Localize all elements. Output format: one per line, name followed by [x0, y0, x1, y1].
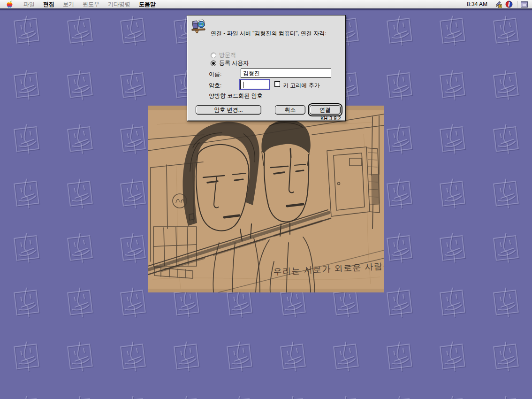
rainbow-apple-icon — [6, 0, 13, 8]
finder-face-watermark — [385, 232, 414, 264]
menu-commands[interactable]: 기타명령 — [104, 0, 135, 9]
menu-bar: 파일 편집 보기 윈도우 기타명령 도움말 8:34 AM a — [0, 0, 532, 9]
finder-face-watermark — [438, 123, 467, 155]
finder-face-watermark — [118, 178, 148, 209]
radio-guest-label: 방문객 — [219, 51, 236, 59]
finder-face-watermark — [118, 341, 148, 372]
connect-button[interactable]: 연결 — [310, 105, 341, 115]
finder-face-watermark — [385, 287, 414, 318]
input-method-pencil-icon[interactable]: a — [494, 0, 502, 8]
finder-face-watermark — [65, 232, 95, 264]
finder-face-watermark — [491, 178, 521, 209]
finder-face-watermark — [491, 15, 521, 46]
finder-face-watermark — [12, 69, 41, 101]
radio-registered-user[interactable]: 등록 사용자 — [211, 59, 249, 67]
finder-face-watermark — [12, 232, 41, 264]
dialog-title: 연결 - 파일 서버 "김형진의 컴퓨터", 연결 자격: — [211, 30, 342, 37]
finder-face-watermark — [172, 395, 201, 399]
radio-guest[interactable]: 방문객 — [211, 51, 236, 59]
menu-clock[interactable]: 8:34 AM — [462, 1, 492, 8]
finder-face-watermark — [118, 232, 148, 264]
finder-face-watermark — [385, 123, 414, 155]
connect-dialog: 연결 - 파일 서버 "김형진의 컴퓨터", 연결 자격: 방문객 등록 사용자… — [187, 15, 346, 121]
password-label: 암호: — [209, 82, 221, 90]
file-server-connect-icon — [191, 19, 207, 34]
finder-face-watermark — [118, 287, 148, 318]
red-blue-app-icon[interactable] — [505, 0, 513, 8]
finder-face-watermark — [225, 395, 254, 399]
finder-face-watermark — [278, 341, 308, 372]
cancel-button[interactable]: 취소 — [275, 105, 305, 115]
finder-face-watermark — [331, 395, 361, 399]
finder-face-watermark — [438, 287, 467, 318]
finder-face-watermark — [65, 15, 95, 46]
password-focus-ring — [239, 79, 270, 90]
finder-face-watermark — [118, 123, 148, 155]
finder-face-watermark — [118, 395, 148, 399]
menu-file[interactable]: 파일 — [19, 0, 39, 9]
finder-face-watermark — [118, 15, 148, 46]
application-menu-icon — [520, 1, 528, 8]
finder-face-watermark — [491, 395, 521, 399]
finder-face-watermark — [12, 341, 41, 372]
encryption-note: 양방향 코드화된 암호 — [209, 92, 263, 100]
finder-face-watermark — [65, 395, 95, 399]
finder-face-watermark — [491, 123, 521, 155]
finder-face-watermark — [385, 395, 414, 399]
menu-bar-divider — [517, 1, 518, 8]
keychain-checkbox[interactable] — [274, 81, 280, 87]
finder-face-watermark — [225, 341, 254, 372]
apple-menu[interactable] — [6, 0, 13, 8]
application-menu[interactable] — [520, 1, 532, 8]
radio-guest-circle[interactable] — [211, 53, 216, 58]
finder-face-watermark — [12, 178, 41, 209]
text-caret — [243, 82, 243, 88]
finder-face-watermark — [491, 232, 521, 264]
radio-registered-user-label: 등록 사용자 — [219, 59, 249, 67]
name-label: 이름: — [209, 70, 221, 78]
menu-view[interactable]: 보기 — [59, 0, 78, 9]
finder-face-watermark — [438, 69, 467, 101]
keychain-checkbox-label: 키 고리에 추가 — [283, 82, 320, 90]
finder-face-watermark — [385, 341, 414, 372]
finder-face-watermark — [65, 123, 95, 155]
finder-face-watermark — [118, 69, 148, 101]
finder-face-watermark — [65, 178, 95, 209]
name-input[interactable] — [241, 69, 331, 78]
finder-face-watermark — [438, 395, 467, 399]
finder-face-watermark — [65, 341, 95, 372]
finder-face-watermark — [12, 15, 41, 46]
finder-face-watermark — [12, 123, 41, 155]
finder-face-watermark — [491, 69, 521, 101]
finder-face-watermark — [438, 15, 467, 46]
finder-face-watermark — [385, 69, 414, 101]
finder-face-watermark — [491, 287, 521, 318]
password-input[interactable] — [240, 80, 269, 89]
menu-edit[interactable]: 편집 — [39, 0, 59, 9]
desktop-picture: 우리는 서로가 외로운 사람들 — [148, 106, 384, 292]
version-label: KH-3.9.2 — [320, 115, 341, 121]
finder-face-watermark — [12, 395, 41, 399]
radio-registered-user-circle[interactable] — [211, 61, 216, 66]
finder-face-watermark — [438, 178, 467, 209]
finder-face-watermark — [65, 69, 95, 101]
finder-face-watermark — [172, 341, 201, 372]
finder-face-watermark — [331, 341, 361, 372]
finder-face-watermark — [65, 287, 95, 318]
menu-window[interactable]: 윈도우 — [78, 0, 104, 9]
finder-face-watermark — [12, 287, 41, 318]
finder-face-watermark — [385, 15, 414, 46]
svg-text:a: a — [499, 4, 501, 8]
change-password-button[interactable]: 암호 변경... — [196, 105, 261, 115]
finder-face-watermark — [438, 341, 467, 372]
menu-help[interactable]: 도움말 — [135, 0, 160, 9]
finder-face-watermark — [491, 341, 521, 372]
finder-face-watermark — [278, 395, 308, 399]
finder-face-watermark — [438, 232, 467, 264]
finder-face-watermark — [385, 178, 414, 209]
